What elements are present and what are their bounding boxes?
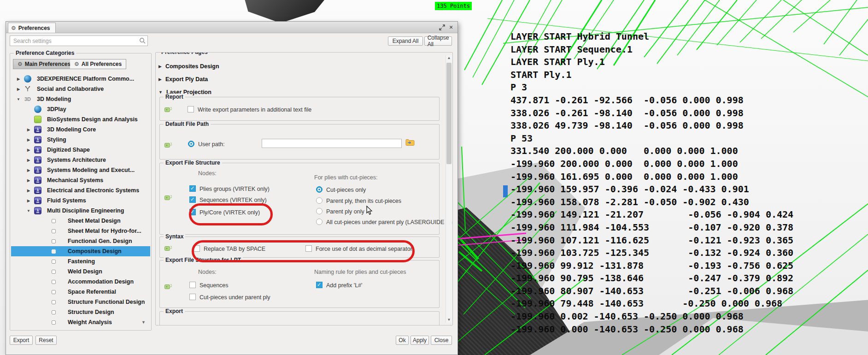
gear-icon: ⚙ [11,25,16,31]
tree-item-styling[interactable]: ▶Styling [11,135,150,145]
user-path-input[interactable] [262,139,402,148]
tree-item-structure-design[interactable]: Structure Design [11,307,150,317]
expand-arrow-icon[interactable]: ▶ [26,199,31,203]
add-prefix-checkbox[interactable] [316,282,323,288]
expand-arrow-icon[interactable]: ▶ [158,77,162,82]
tree-item-systems-modeling-and-execut[interactable]: ▶Systems Modeling and Execut... [11,165,150,175]
plies-groups-checkbox[interactable] [189,185,196,192]
export-text-line: -199.960 111.984 -104.553 -0.107 -0.920 … [510,221,793,234]
expand-arrow-icon[interactable]: ▶ [158,64,162,69]
tree-item-fastening[interactable]: Fastening [11,256,150,266]
export-text-line: 437.871 -0.261 -92.566 -0.056 0.000 0.99… [510,94,793,107]
tree-item-social-and-collaborative[interactable]: ▶Social and Collaborative [11,84,150,94]
collapse-arrow-icon[interactable]: ▼ [26,209,31,213]
app-3d-icon: 3D [24,95,31,103]
close-window-icon[interactable]: × [447,24,455,31]
tree-item-label: Structure Functional Design [68,299,145,305]
tree-item-multi-discipline-engineering[interactable]: ▼Multi Discipline Engineering [11,206,150,216]
scroll-up-icon[interactable]: ▲ [446,55,452,61]
expand-arrow-icon[interactable]: ▶ [26,178,31,183]
lpt-sequences-checkbox[interactable] [189,282,196,288]
tree-item-functional-gen-design[interactable]: Functional Gen. Design [11,236,150,246]
all-cut-pieces-under-parent-radio[interactable] [316,219,323,225]
tree-item-biosystems-design-and-analysis[interactable]: BioSystems Design and Analysis [11,114,150,124]
tree-item-structure-functional-design[interactable]: Structure Functional Design [11,297,150,307]
tree-item-3d-modeling-core[interactable]: ▶3D Modeling Core [11,124,150,135]
tree-item-sheet-metal-for-hydro-for[interactable]: Sheet Metal for Hydro-for... [11,226,150,236]
tree-item-electrical-and-electronic-systems[interactable]: ▶Electrical and Electronic Systems [11,185,150,195]
expand-arrow-icon[interactable]: ▶ [26,138,31,142]
tree-item-fluid-systems[interactable]: ▶Fluid Systems [11,195,150,206]
user-path-radio[interactable] [188,141,194,147]
expand-all-button[interactable]: Expand All [388,36,423,46]
browse-folder-icon[interactable] [405,138,415,148]
tree-item-3dplay[interactable]: 3DPlay [11,104,150,114]
apply-button[interactable]: Apply [411,336,429,345]
tree-item-accommodation-design[interactable]: Accommodation Design [11,277,150,287]
app-icon [34,207,41,214]
tree-scroll-more-icon[interactable]: ▼ [141,320,146,325]
tab-main-preferences[interactable]: ⚙ Main Preferences [13,59,75,69]
collapse-arrow-icon[interactable]: ▼ [16,97,21,101]
lpt-cut-pieces-under-parent-checkbox[interactable] [189,294,196,300]
expand-arrow-icon[interactable]: ▶ [26,189,31,193]
expand-arrow-icon[interactable]: ▶ [16,87,21,91]
expand-arrow-icon[interactable]: ▶ [16,77,21,81]
preferences-dialog: ⚙ Preferences × Expand All Collapse All … [6,21,458,355]
collapse-all-button[interactable]: Collapse All [424,36,452,46]
restore-window-icon[interactable] [438,24,446,31]
tree-item-mechanical-systems[interactable]: ▶Mechanical Systems [11,175,150,185]
tree-item-weld-design[interactable]: Weld Design [11,266,150,277]
tree-item-3d-modeling[interactable]: ▼3D3D Modeling [11,94,150,104]
search-input[interactable] [12,36,139,45]
tree-item-label: Composites Design [68,248,122,254]
parent-ply-then-cut-pieces-radio[interactable] [316,197,323,204]
scrollbar-thumb[interactable] [446,63,452,164]
expand-arrow-icon[interactable]: ▶ [26,158,31,162]
tree-item-label: Sheet Metal Design [68,218,121,224]
tree-item-composites-design[interactable]: Composites Design [11,246,150,256]
tree-item-sheet-metal-design[interactable]: Sheet Metal Design [11,216,150,226]
ok-button[interactable]: Ok [396,336,409,345]
checkbox-label: Plies groups (VIRTEK only) [199,186,270,192]
tree-bullet-icon [52,239,56,243]
collapse-arrow-icon[interactable]: ▼ [158,90,163,95]
expand-arrow-icon[interactable]: ▶ [26,148,31,152]
parent-ply-only-radio[interactable] [316,208,323,214]
pages-group-label: Preference Pages [159,52,210,55]
tree-bullet-icon [52,229,56,233]
reset-button[interactable]: Reset [35,336,57,345]
dialog-title-tab[interactable]: ⚙ Preferences [8,23,56,33]
tree-item-space-referential[interactable]: Space Referential [11,287,150,297]
unlocked-icon [164,141,172,148]
preference-categories-group: Preference Categories ⚙ Main Preferences… [10,53,152,331]
tree-item-systems-architecture[interactable]: ▶Systems Architecture [11,155,150,165]
page-item-export-ply-data[interactable]: ▶ Export Ply Data [158,75,208,84]
close-button[interactable]: Close [431,336,452,345]
sequences-virtek-checkbox[interactable] [189,196,196,203]
tree-item-label: 3D Modeling [37,96,71,102]
page-item-composites-design[interactable]: ▶ Composites Design [158,62,219,71]
tree-bullet-icon [52,280,56,284]
pages-scrollbar[interactable]: ▲ ▼ [446,55,452,323]
expand-arrow-icon[interactable]: ▶ [26,128,31,132]
export-button[interactable]: Export [10,336,33,345]
globe-icon [24,75,31,83]
export-text-line: -199.960 107.121 -116.625 -0.121 -0.923 … [510,234,793,247]
tab-all-preferences[interactable]: ⚙ All Preferences [70,59,126,69]
tree-item-digitized-shape[interactable]: ▶Digitized Shape [11,145,150,155]
default-file-path-label: Default File Path [164,121,211,127]
export-text-line: -199.960 79.448 -140.653 -0.250 0.000 0.… [510,297,793,310]
app-icon [34,187,41,194]
export-text-line: LAYER START Ply.1 [510,56,793,69]
lpt-group: Export File Structure for LPT Nodes: Seq… [159,260,440,308]
cut-pieces-only-radio[interactable] [316,186,323,193]
search-box [10,36,148,46]
tree-item-weight-analysis[interactable]: Weight Analysis▼ [11,317,150,327]
tree-item-3dexperience-platform-commo[interactable]: ▶3DEXPERIENCE Platform Commo... [11,74,150,84]
expand-arrow-icon[interactable]: ▶ [26,168,31,172]
radio-label: All cut-pieces under parent ply (LASERGU… [326,219,453,225]
write-export-params-checkbox[interactable] [188,106,194,112]
scroll-down-icon[interactable]: ▼ [446,317,452,323]
nodes-label: Nodes: [198,269,217,275]
